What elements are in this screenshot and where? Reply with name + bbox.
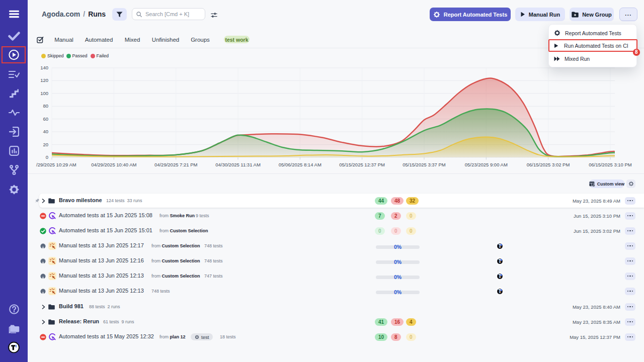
svg-text:80: 80 <box>43 103 48 109</box>
svg-text:06/15/2025 3:02 PM: 06/15/2025 3:02 PM <box>527 162 570 167</box>
svg-text:20: 20 <box>43 142 48 147</box>
svg-text:04/30/2025 11:31 AM: 04/30/2025 11:31 AM <box>215 162 261 167</box>
svg-text:05/23/2025 9:00 AM: 05/23/2025 9:00 AM <box>465 162 508 167</box>
svg-text:120: 120 <box>40 77 48 83</box>
svg-text:/29/2025 10:29 AM: /29/2025 10:29 AM <box>36 162 76 167</box>
svg-text:05/06/2025 8:14 AM: 05/06/2025 8:14 AM <box>279 162 321 167</box>
svg-text:140: 140 <box>40 65 48 70</box>
svg-text:40: 40 <box>43 129 48 134</box>
svg-text:05/15/2025 12:37 PM: 05/15/2025 12:37 PM <box>339 162 385 167</box>
svg-text:60: 60 <box>43 116 48 122</box>
svg-text:100: 100 <box>40 90 48 96</box>
svg-text:04/29/2025 10:40 AM: 04/29/2025 10:40 AM <box>91 162 136 167</box>
svg-text:0: 0 <box>46 154 48 160</box>
svg-text:04/29/2025 7:21 PM: 04/29/2025 7:21 PM <box>154 162 198 167</box>
svg-text:05/15/2025 3:37 PM: 05/15/2025 3:37 PM <box>403 162 446 167</box>
svg-text:06/15/2025 3:10 PM: 06/15/2025 3:10 PM <box>589 162 632 167</box>
